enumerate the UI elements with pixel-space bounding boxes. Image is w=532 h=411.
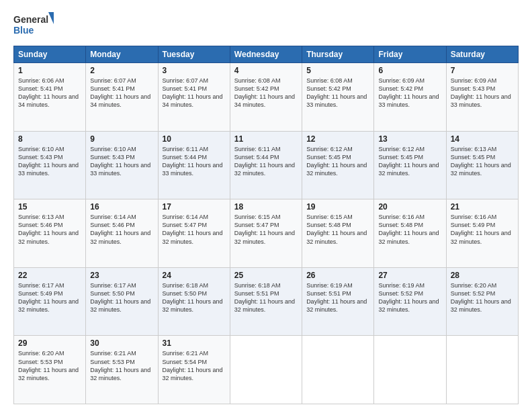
day-info: Sunrise: 6:18 AMSunset: 5:50 PMDaylight:… <box>163 281 226 314</box>
day-info: Sunrise: 6:13 AMSunset: 5:45 PMDaylight:… <box>451 145 514 178</box>
weekday-monday: Monday <box>86 46 158 63</box>
day-cell: 27 Sunrise: 6:19 AMSunset: 5:52 PMDaylig… <box>374 267 446 336</box>
header: General Blue <box>13 11 519 39</box>
day-cell: 8 Sunrise: 6:10 AMSunset: 5:43 PMDayligh… <box>14 131 86 199</box>
day-cell: 6 Sunrise: 6:09 AMSunset: 5:42 PMDayligh… <box>374 63 446 132</box>
day-info: Sunrise: 6:13 AMSunset: 5:46 PMDaylight:… <box>18 213 81 246</box>
day-info: Sunrise: 6:19 AMSunset: 5:52 PMDaylight:… <box>378 281 441 314</box>
day-info: Sunrise: 6:07 AMSunset: 5:41 PMDaylight:… <box>90 77 153 109</box>
day-cell: 26 Sunrise: 6:19 AMSunset: 5:51 PMDaylig… <box>302 267 374 336</box>
day-cell: 29 Sunrise: 6:20 AMSunset: 5:53 PMDaylig… <box>14 336 86 404</box>
day-number: 4 <box>234 66 298 75</box>
day-cell: 14 Sunrise: 6:13 AMSunset: 5:45 PMDaylig… <box>446 131 518 199</box>
day-cell: 3 Sunrise: 6:07 AMSunset: 5:41 PMDayligh… <box>158 63 230 132</box>
weekday-wednesday: Wednesday <box>230 46 302 63</box>
day-info: Sunrise: 6:19 AMSunset: 5:51 PMDaylight:… <box>306 281 369 314</box>
day-number: 21 <box>451 202 514 212</box>
day-info: Sunrise: 6:08 AMSunset: 5:42 PMDaylight:… <box>234 77 298 109</box>
page: General Blue SundayMondayTuesdayWednesda… <box>0 0 532 411</box>
weekday-tuesday: Tuesday <box>158 46 230 63</box>
day-cell <box>230 336 302 404</box>
day-number: 31 <box>163 338 226 348</box>
day-number: 12 <box>306 134 369 144</box>
day-cell: 17 Sunrise: 6:14 AMSunset: 5:47 PMDaylig… <box>158 199 230 268</box>
day-number: 1 <box>18 66 81 75</box>
day-number: 8 <box>18 134 81 144</box>
day-cell: 2 Sunrise: 6:07 AMSunset: 5:41 PMDayligh… <box>86 63 158 132</box>
day-cell: 12 Sunrise: 6:12 AMSunset: 5:45 PMDaylig… <box>302 131 374 199</box>
day-number: 13 <box>378 134 441 144</box>
day-info: Sunrise: 6:10 AMSunset: 5:43 PMDaylight:… <box>90 145 153 178</box>
day-number: 26 <box>306 271 369 280</box>
day-cell: 7 Sunrise: 6:09 AMSunset: 5:43 PMDayligh… <box>446 63 518 132</box>
day-info: Sunrise: 6:09 AMSunset: 5:43 PMDaylight:… <box>451 77 514 109</box>
week-row-2: 8 Sunrise: 6:10 AMSunset: 5:43 PMDayligh… <box>14 131 519 199</box>
weekday-saturday: Saturday <box>446 46 518 63</box>
svg-text:General: General <box>13 14 48 25</box>
svg-text:Blue: Blue <box>13 25 34 36</box>
day-number: 29 <box>18 338 81 348</box>
day-number: 17 <box>163 202 226 212</box>
day-info: Sunrise: 6:17 AMSunset: 5:49 PMDaylight:… <box>18 281 81 314</box>
weekday-sunday: Sunday <box>14 46 86 63</box>
day-cell: 20 Sunrise: 6:16 AMSunset: 5:48 PMDaylig… <box>374 199 446 268</box>
day-cell: 25 Sunrise: 6:18 AMSunset: 5:51 PMDaylig… <box>230 267 302 336</box>
day-info: Sunrise: 6:14 AMSunset: 5:46 PMDaylight:… <box>90 213 153 246</box>
weekday-thursday: Thursday <box>302 46 374 63</box>
day-info: Sunrise: 6:20 AMSunset: 5:52 PMDaylight:… <box>451 281 514 314</box>
calendar-table: SundayMondayTuesdayWednesdayThursdayFrid… <box>13 46 519 404</box>
day-number: 3 <box>163 66 226 75</box>
day-number: 14 <box>451 134 514 144</box>
day-cell: 22 Sunrise: 6:17 AMSunset: 5:49 PMDaylig… <box>14 267 86 336</box>
calendar-body: 1 Sunrise: 6:06 AMSunset: 5:41 PMDayligh… <box>14 63 519 404</box>
day-number: 22 <box>18 271 81 280</box>
day-number: 25 <box>234 271 298 280</box>
day-info: Sunrise: 6:11 AMSunset: 5:44 PMDaylight:… <box>234 145 298 178</box>
day-cell: 16 Sunrise: 6:14 AMSunset: 5:46 PMDaylig… <box>86 199 158 268</box>
day-number: 15 <box>18 202 81 212</box>
day-cell: 19 Sunrise: 6:15 AMSunset: 5:48 PMDaylig… <box>302 199 374 268</box>
day-cell: 10 Sunrise: 6:11 AMSunset: 5:44 PMDaylig… <box>158 131 230 199</box>
day-number: 10 <box>163 134 226 144</box>
day-cell: 28 Sunrise: 6:20 AMSunset: 5:52 PMDaylig… <box>446 267 518 336</box>
day-cell: 4 Sunrise: 6:08 AMSunset: 5:42 PMDayligh… <box>230 63 302 132</box>
day-info: Sunrise: 6:11 AMSunset: 5:44 PMDaylight:… <box>163 145 226 178</box>
day-info: Sunrise: 6:20 AMSunset: 5:53 PMDaylight:… <box>18 349 81 382</box>
day-info: Sunrise: 6:12 AMSunset: 5:45 PMDaylight:… <box>306 145 369 178</box>
week-row-1: 1 Sunrise: 6:06 AMSunset: 5:41 PMDayligh… <box>14 63 519 132</box>
day-cell: 23 Sunrise: 6:17 AMSunset: 5:50 PMDaylig… <box>86 267 158 336</box>
week-row-3: 15 Sunrise: 6:13 AMSunset: 5:46 PMDaylig… <box>14 199 519 268</box>
day-number: 18 <box>234 202 298 212</box>
day-cell <box>446 336 518 404</box>
logo: General Blue <box>13 11 54 39</box>
day-cell: 31 Sunrise: 6:21 AMSunset: 5:54 PMDaylig… <box>158 336 230 404</box>
day-number: 23 <box>90 271 153 280</box>
week-row-4: 22 Sunrise: 6:17 AMSunset: 5:49 PMDaylig… <box>14 267 519 336</box>
day-number: 30 <box>90 338 153 348</box>
day-cell <box>374 336 446 404</box>
day-number: 16 <box>90 202 153 212</box>
day-info: Sunrise: 6:12 AMSunset: 5:45 PMDaylight:… <box>378 145 441 178</box>
day-info: Sunrise: 6:09 AMSunset: 5:42 PMDaylight:… <box>378 77 441 109</box>
day-number: 9 <box>90 134 153 144</box>
day-cell: 18 Sunrise: 6:15 AMSunset: 5:47 PMDaylig… <box>230 199 302 268</box>
day-info: Sunrise: 6:06 AMSunset: 5:41 PMDaylight:… <box>18 77 81 109</box>
weekday-friday: Friday <box>374 46 446 63</box>
day-cell: 15 Sunrise: 6:13 AMSunset: 5:46 PMDaylig… <box>14 199 86 268</box>
day-info: Sunrise: 6:16 AMSunset: 5:49 PMDaylight:… <box>451 213 514 246</box>
day-number: 28 <box>451 271 514 280</box>
svg-marker-2 <box>48 12 54 24</box>
day-number: 24 <box>163 271 226 280</box>
day-info: Sunrise: 6:14 AMSunset: 5:47 PMDaylight:… <box>163 213 226 246</box>
general-blue-logo: General Blue <box>13 11 54 39</box>
day-info: Sunrise: 6:10 AMSunset: 5:43 PMDaylight:… <box>18 145 81 178</box>
day-info: Sunrise: 6:21 AMSunset: 5:53 PMDaylight:… <box>90 349 153 382</box>
day-number: 20 <box>378 202 441 212</box>
day-number: 2 <box>90 66 153 75</box>
day-number: 11 <box>234 134 298 144</box>
day-info: Sunrise: 6:08 AMSunset: 5:42 PMDaylight:… <box>306 77 369 109</box>
day-number: 19 <box>306 202 369 212</box>
day-cell: 9 Sunrise: 6:10 AMSunset: 5:43 PMDayligh… <box>86 131 158 199</box>
day-cell <box>302 336 374 404</box>
day-info: Sunrise: 6:18 AMSunset: 5:51 PMDaylight:… <box>234 281 298 314</box>
